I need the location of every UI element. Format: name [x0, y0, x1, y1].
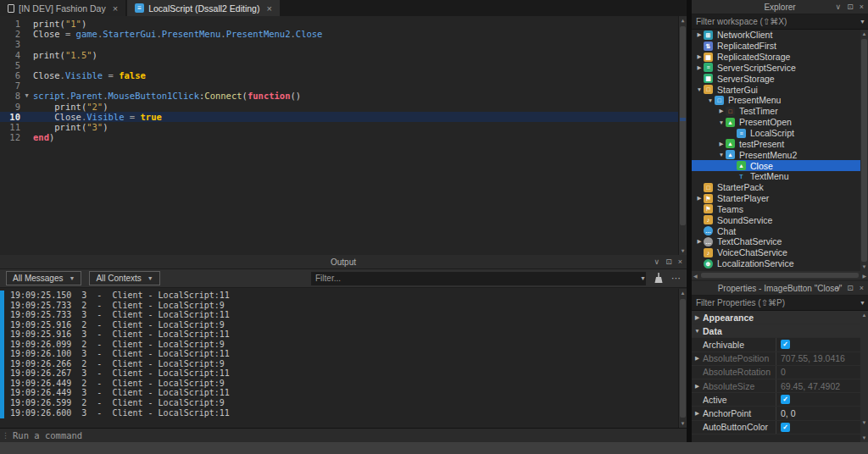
scroll-down-icon[interactable]: ▼: [860, 434, 868, 442]
log-line[interactable]: 19:09:26.600 3 - Client - LocalScript:11: [10, 408, 678, 418]
tree-item-presentmenu2[interactable]: ▼▲PresentMenu2: [692, 149, 860, 160]
editor-scrollbar[interactable]: ▲ ▼: [678, 16, 687, 255]
tree-item-networkclient[interactable]: ▶⊞NetworkClient: [692, 30, 860, 41]
scroll-down-icon[interactable]: ▼: [860, 263, 868, 271]
chevron-down-icon[interactable]: ▼: [640, 275, 646, 281]
checkbox[interactable]: ✓: [781, 423, 790, 432]
code-line[interactable]: 11 print("3"): [0, 122, 687, 132]
expander-icon[interactable]: ▼: [717, 119, 726, 125]
scroll-down-icon[interactable]: ▼: [860, 418, 868, 427]
scroll-right-icon[interactable]: ▶: [860, 273, 868, 279]
properties-scrollbar[interactable]: ▲ ▼ ▼: [860, 311, 868, 442]
tree-item-starterpack[interactable]: □StarterPack: [692, 182, 860, 193]
log-line[interactable]: 19:09:25.150 3 - Client - LocalScript:11: [10, 291, 678, 301]
code-line[interactable]: 10 Close.Visible = true: [0, 112, 687, 122]
explorer-filter-box[interactable]: ▼: [692, 14, 868, 30]
code-line[interactable]: 1print("1"): [0, 19, 687, 29]
explorer-hscrollbar[interactable]: ◀ ▶: [692, 271, 868, 280]
tree-item-chat[interactable]: …Chat: [692, 225, 860, 236]
tree-item-replicatedstorage[interactable]: ▶▦ReplicatedStorage: [692, 52, 860, 63]
tree-item-voicechatservice[interactable]: ♪VoiceChatService: [692, 247, 860, 258]
expander-icon[interactable]: ▶: [695, 195, 704, 202]
code-line[interactable]: 3: [0, 39, 687, 49]
close-icon[interactable]: ×: [113, 3, 118, 14]
property-value[interactable]: ✓: [776, 338, 860, 351]
tree-item-serverscriptservice[interactable]: ▶≡ServerScriptService: [692, 63, 860, 74]
code-line[interactable]: 2Close = game.StarterGui.PresentMenu.Pre…: [0, 29, 687, 39]
command-input[interactable]: [13, 430, 687, 440]
code-line[interactable]: 12end): [0, 132, 687, 142]
log-line[interactable]: 19:09:26.266 2 - Client - LocalScript:9: [10, 359, 678, 369]
expander-icon[interactable]: ▶: [692, 410, 703, 417]
expander-icon[interactable]: ▶: [717, 141, 726, 147]
properties-filter-input[interactable]: [692, 298, 860, 307]
tree-item-localizationservice[interactable]: ⊕LocalizationService: [692, 258, 860, 269]
tree-item-textmenu[interactable]: TTextMenu: [692, 171, 860, 182]
code-line[interactable]: 8▼script.Parent.MouseButton1Click:Connec…: [0, 91, 687, 101]
scroll-down-icon[interactable]: ▼: [679, 246, 687, 255]
close-icon[interactable]: ×: [860, 284, 864, 292]
clear-output-icon[interactable]: [654, 273, 664, 284]
tree-item-localscript[interactable]: ≡LocalScript: [692, 128, 860, 139]
expander-icon[interactable]: ▼: [692, 328, 703, 334]
dock-options-icon[interactable]: ∨: [836, 284, 842, 292]
expander-icon[interactable]: ▶: [695, 64, 704, 71]
explorer-titlebar[interactable]: Explorer ∨ ⊡ ×: [692, 0, 868, 14]
scroll-up-icon[interactable]: ▲: [679, 16, 687, 25]
scroll-left-icon[interactable]: ◀: [692, 273, 699, 279]
tree-item-presentmenu[interactable]: ▼□PresentMenu: [692, 95, 860, 106]
expander-icon[interactable]: ▶: [692, 383, 703, 390]
expander-icon[interactable]: ▶: [695, 53, 704, 60]
close-icon[interactable]: ×: [678, 257, 682, 266]
expander-icon[interactable]: ▼: [695, 86, 704, 92]
popout-icon[interactable]: ⊡: [847, 284, 854, 292]
property-value[interactable]: ✓: [776, 421, 860, 434]
command-bar[interactable]: ⋮: [0, 428, 687, 442]
chevron-down-icon[interactable]: ▼: [860, 19, 868, 25]
code-line[interactable]: 6Close.Visible = false: [0, 70, 687, 80]
log-line[interactable]: 19:09:26.267 3 - Client - LocalScript:11: [10, 368, 678, 379]
log-line[interactable]: 19:09:25.916 2 - Client - LocalScript:9: [10, 320, 678, 330]
tree-item-testpresent[interactable]: ▶▲testPresent: [692, 138, 860, 149]
scrollbar-thumb[interactable]: [701, 273, 860, 278]
properties-filter-box[interactable]: ▼: [692, 296, 868, 311]
tree-item-starterplayer[interactable]: ▶⚑StarterPlayer: [692, 193, 860, 204]
expander-icon[interactable]: ▼: [717, 152, 726, 158]
scroll-down-icon[interactable]: ▼: [679, 419, 687, 428]
code-line[interactable]: 4print("1.5"): [0, 50, 687, 60]
expander-icon[interactable]: ▶: [717, 108, 726, 114]
expander-icon[interactable]: ▶: [692, 314, 703, 321]
tree-item-teams[interactable]: ⚑Teams: [692, 204, 860, 215]
tree-item-textchatservice[interactable]: ▶…TextChatService: [692, 236, 860, 247]
contexts-filter-dropdown[interactable]: All Contexts ▼: [89, 271, 159, 285]
log-line[interactable]: 19:09:26.599 2 - Client - LocalScript:9: [10, 398, 678, 408]
tree-item-presentopen[interactable]: ▼▲PresentOpen: [692, 117, 860, 128]
explorer-scrollbar[interactable]: ▲ ▼: [860, 30, 868, 271]
property-section-appearance[interactable]: ▶Appearance: [692, 311, 860, 324]
scrollbar-thumb[interactable]: [680, 299, 686, 418]
code-line[interactable]: 7: [0, 80, 687, 91]
log-line[interactable]: 19:09:25.733 3 - Client - LocalScript:11: [10, 310, 678, 320]
tree-item-testtimer[interactable]: ▶□TestTimer: [692, 106, 860, 117]
more-options-icon[interactable]: ⋯: [671, 273, 681, 284]
output-log[interactable]: 19:09:25.150 3 - Client - LocalScript:11…: [0, 289, 678, 428]
property-section-data[interactable]: ▼Data: [692, 324, 860, 338]
scroll-up-icon[interactable]: ▲: [860, 30, 868, 38]
scroll-up-icon[interactable]: ▲: [860, 311, 868, 319]
expander-icon[interactable]: ▶: [695, 31, 704, 38]
checkbox[interactable]: ✓: [781, 340, 790, 349]
expander-icon[interactable]: ▼: [706, 97, 715, 103]
messages-filter-dropdown[interactable]: All Messages ▼: [6, 271, 81, 285]
fold-arrow-icon[interactable]: ▼: [20, 91, 33, 101]
tree-item-soundservice[interactable]: ♪SoundService: [692, 214, 860, 225]
properties-titlebar[interactable]: Properties - ImageButton "Close" ∨ ⊡ ×: [692, 281, 868, 296]
explorer-filter-input[interactable]: [692, 17, 860, 26]
tab--in-dev-fashion-day[interactable]: [IN DEV] Fashion Day×: [0, 0, 125, 16]
popout-icon[interactable]: ⊡: [847, 3, 854, 11]
log-line[interactable]: 19:09:25.916 3 - Client - LocalScript:11: [10, 329, 678, 340]
dock-options-icon[interactable]: ∨: [654, 257, 660, 266]
expander-icon[interactable]: ▶: [692, 355, 703, 362]
chevron-down-icon[interactable]: ▼: [860, 300, 868, 306]
output-filter-input[interactable]: [311, 274, 640, 283]
tree-item-startergui[interactable]: ▼□StarterGui: [692, 84, 860, 95]
